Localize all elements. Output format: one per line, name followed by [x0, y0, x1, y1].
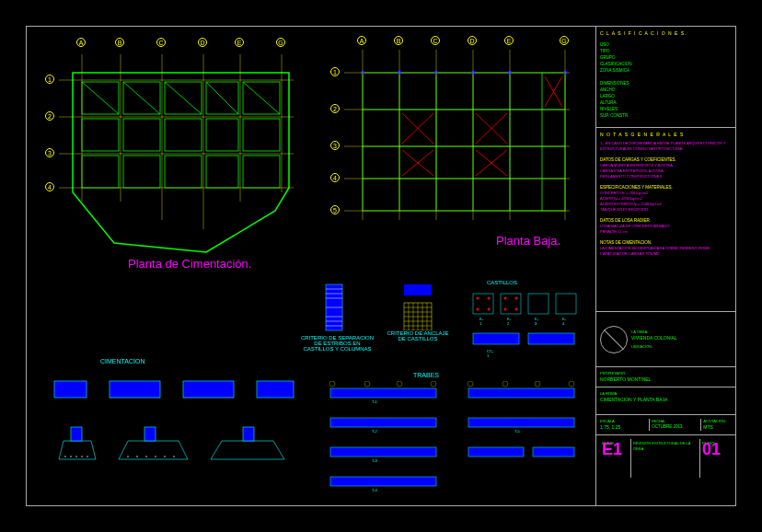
svg-point-95	[477, 308, 479, 311]
svg-rect-124	[330, 388, 436, 398]
svg-rect-111	[144, 427, 156, 441]
svg-rect-92	[528, 333, 574, 344]
svg-point-135	[431, 381, 436, 387]
svg-rect-31	[363, 73, 565, 211]
svg-rect-125	[330, 418, 436, 427]
svg-line-20	[243, 82, 280, 114]
svg-point-123	[173, 456, 175, 457]
tb-clasificaciones: C L A S I F I C A C I O N E S. USOTIPOGR…	[596, 27, 735, 128]
svg-rect-104	[257, 381, 294, 398]
svg-rect-11	[82, 156, 119, 188]
svg-rect-12	[123, 156, 160, 188]
tb-sheet-number: CLAVE: E1 REVISION ESTRUCTURAL DE LA OBR…	[596, 435, 735, 481]
svg-rect-87	[473, 294, 493, 314]
svg-rect-102	[110, 381, 160, 398]
svg-marker-0	[73, 73, 289, 252]
plan-baja-svg	[330, 36, 588, 266]
svg-rect-9	[206, 119, 238, 151]
svg-rect-110	[71, 427, 82, 441]
svg-point-97	[504, 297, 507, 300]
tb-stamp: LA OBRA: VIVIENDA COLONIAL UBICACION:	[596, 312, 735, 367]
svg-rect-127	[330, 477, 436, 486]
svg-rect-7	[123, 119, 160, 151]
svg-line-18	[165, 82, 202, 114]
svg-marker-109	[211, 441, 284, 459]
svg-rect-13	[165, 156, 202, 188]
svg-rect-103	[183, 381, 234, 398]
drawing-sheet: A B C D E G 1 2 3 4 Planta de Cimentació…	[26, 26, 736, 506]
svg-rect-14	[206, 156, 238, 188]
svg-point-94	[488, 297, 491, 300]
drawing-area: A B C D E G 1 2 3 4 Planta de Cimentació…	[27, 27, 597, 505]
svg-rect-8	[165, 119, 202, 151]
plan-baja: A B C D E G 1 2 3 4 5 Planta Baja.	[330, 36, 588, 266]
svg-rect-126	[330, 447, 436, 457]
svg-rect-101	[54, 381, 87, 398]
svg-point-118	[127, 456, 129, 457]
svg-rect-6	[82, 119, 119, 151]
svg-rect-131	[533, 447, 574, 457]
tb-propietario: PROPIETARIO: NORBERTO MONTINEL	[596, 367, 735, 387]
svg-point-122	[164, 456, 166, 457]
tb-plano: LA FIRMA: CIMENTACION Y PLANTA BAJA	[596, 387, 735, 415]
detail-criterio-anclaje: CRITERIO DE ANCLAJE DE CASTILLOS	[386, 280, 450, 353]
svg-point-133	[364, 381, 370, 387]
svg-point-93	[477, 297, 479, 300]
svg-rect-112	[243, 427, 254, 441]
tb-meta: ESCALA: 1:75, 1:25 FECHA: OCTUBRE 2013 A…	[596, 415, 735, 435]
cimentacion-details	[45, 372, 303, 492]
svg-rect-88	[501, 294, 521, 314]
svg-point-114	[70, 456, 72, 457]
svg-rect-75	[404, 284, 432, 295]
svg-marker-108	[119, 441, 188, 459]
svg-point-116	[81, 456, 83, 457]
svg-rect-129	[468, 418, 574, 427]
svg-point-115	[75, 456, 77, 457]
svg-rect-89	[528, 294, 548, 314]
svg-point-119	[136, 456, 138, 457]
svg-point-99	[504, 308, 507, 311]
stamp-icon	[600, 326, 628, 353]
svg-rect-10	[243, 119, 280, 151]
svg-line-19	[206, 82, 238, 114]
svg-rect-91	[473, 333, 519, 344]
svg-point-117	[87, 456, 88, 457]
svg-point-100	[515, 308, 518, 311]
trabes-details: T-1 T-2 T-3 T-4 T-5	[321, 381, 588, 496]
svg-point-134	[397, 381, 402, 387]
cimentacion-title: CIMENTACION	[100, 358, 144, 364]
castillos-title: CASTILLOS	[487, 280, 517, 285]
trabes-title: TRABES	[413, 372, 439, 378]
svg-rect-128	[468, 388, 574, 398]
svg-point-138	[535, 381, 540, 387]
svg-point-132	[329, 381, 335, 387]
svg-point-136	[468, 381, 473, 387]
svg-point-96	[488, 308, 491, 311]
svg-point-137	[502, 381, 508, 387]
svg-rect-130	[468, 447, 524, 457]
svg-rect-15	[243, 156, 280, 188]
plan-cimentacion: A B C D E G 1 2 3 4 Planta de Cimentació…	[36, 36, 321, 275]
svg-point-98	[515, 297, 518, 300]
svg-point-120	[145, 456, 147, 457]
plan-baja-title: Planta Baja.	[496, 234, 560, 248]
detail-criterio-separacion: CRITERIO DE SEPARACION DE ESTRIBOS EN CA…	[303, 280, 367, 353]
plan-cimentacion-svg	[36, 36, 321, 275]
tb-notas: N O T A S G E N E R A L E S 1.- EN CASO …	[596, 128, 735, 312]
title-block: C L A S I F I C A C I O N E S. USOTIPOGR…	[595, 27, 735, 505]
plan-cimentacion-title: Planta de Cimentación.	[128, 257, 251, 271]
svg-point-113	[64, 456, 66, 457]
svg-point-139	[569, 381, 574, 387]
svg-point-121	[155, 456, 156, 457]
svg-line-16	[82, 82, 119, 114]
svg-line-17	[123, 82, 160, 114]
svg-rect-90	[556, 294, 576, 314]
